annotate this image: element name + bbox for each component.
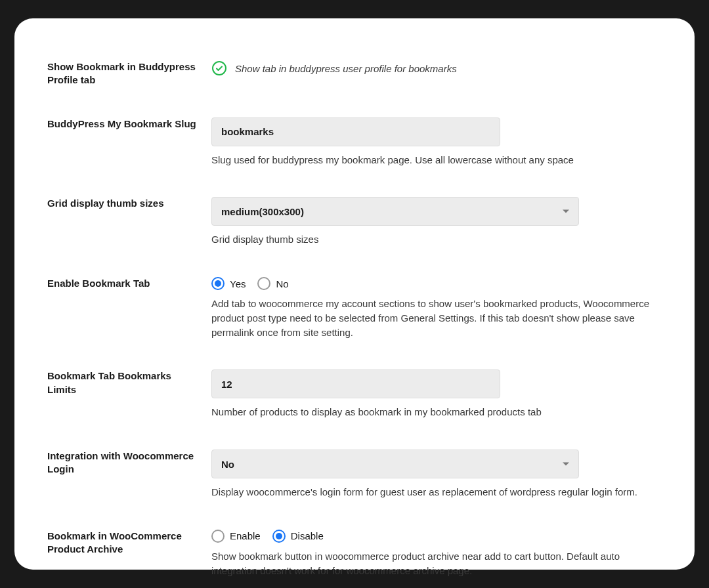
woo-archive-radios: Enable Disable bbox=[211, 530, 662, 543]
tab-limit-input[interactable] bbox=[211, 369, 500, 398]
enable-tab-yes-label: Yes bbox=[230, 278, 246, 289]
bp-slug-input[interactable] bbox=[211, 117, 500, 146]
woo-archive-disable[interactable]: Disable bbox=[272, 530, 324, 543]
radio-icon bbox=[272, 530, 286, 543]
radio-icon bbox=[211, 530, 225, 543]
row-tab-limit: Bookmark Tab Bookmarks Limits Number of … bbox=[47, 369, 662, 419]
bp-slug-help: Slug used for buddypress my bookmark pag… bbox=[211, 153, 662, 167]
tab-limit-help: Number of products to display as bookmar… bbox=[211, 405, 662, 419]
show-bookmark-bp-note: Show tab in buddypress user profile for … bbox=[235, 63, 457, 74]
row-bp-slug: BuddyPress My Bookmark Slug Slug used fo… bbox=[47, 117, 662, 167]
woo-login-selected: No bbox=[221, 459, 234, 470]
woo-archive-disable-label: Disable bbox=[291, 530, 324, 541]
settings-panel: Show Bookmark in Buddypress Profile tab … bbox=[14, 18, 695, 570]
enable-tab-help: Add tab to woocommerce my account sectio… bbox=[211, 297, 662, 339]
row-woo-archive: Bookmark in WooCommerce Product Archive … bbox=[47, 530, 662, 578]
grid-thumb-select[interactable]: medium(300x300) bbox=[211, 197, 579, 226]
chevron-down-icon bbox=[563, 210, 569, 213]
label-woo-archive: Bookmark in WooCommerce Product Archive bbox=[47, 530, 198, 556]
enable-tab-yes[interactable]: Yes bbox=[211, 277, 246, 290]
label-show-bookmark-bp: Show Bookmark in Buddypress Profile tab bbox=[47, 60, 198, 87]
woo-login-select[interactable]: No bbox=[211, 450, 579, 478]
label-grid-thumb: Grid display thumb sizes bbox=[47, 197, 198, 210]
enable-tab-no[interactable]: No bbox=[257, 277, 288, 290]
woo-login-help: Display woocommerce's login form for gue… bbox=[211, 485, 662, 499]
label-bp-slug: BuddyPress My Bookmark Slug bbox=[47, 117, 198, 131]
radio-icon bbox=[257, 277, 270, 290]
woo-archive-help: Show bookmark button in woocommerce prod… bbox=[211, 549, 662, 578]
woo-archive-enable[interactable]: Enable bbox=[211, 530, 261, 543]
label-enable-tab: Enable Bookmark Tab bbox=[47, 277, 198, 290]
row-woo-login: Integration with Woocommerce Login No Di… bbox=[47, 450, 662, 499]
label-woo-login: Integration with Woocommerce Login bbox=[47, 450, 198, 476]
svg-point-0 bbox=[213, 62, 226, 75]
enable-tab-radios: Yes No bbox=[211, 277, 662, 290]
row-grid-thumb: Grid display thumb sizes medium(300x300)… bbox=[47, 197, 662, 247]
enable-tab-no-label: No bbox=[276, 278, 288, 289]
row-enable-tab: Enable Bookmark Tab Yes No Add tab to wo… bbox=[47, 277, 662, 339]
grid-thumb-selected: medium(300x300) bbox=[221, 206, 304, 217]
radio-icon bbox=[211, 277, 225, 290]
row-show-bookmark-bp: Show Bookmark in Buddypress Profile tab … bbox=[47, 60, 662, 87]
woo-archive-enable-label: Enable bbox=[230, 530, 261, 541]
grid-thumb-help: Grid display thumb sizes bbox=[211, 232, 662, 247]
check-circle-icon[interactable] bbox=[211, 60, 227, 76]
label-tab-limit: Bookmark Tab Bookmarks Limits bbox=[47, 369, 198, 396]
chevron-down-icon bbox=[563, 463, 569, 466]
